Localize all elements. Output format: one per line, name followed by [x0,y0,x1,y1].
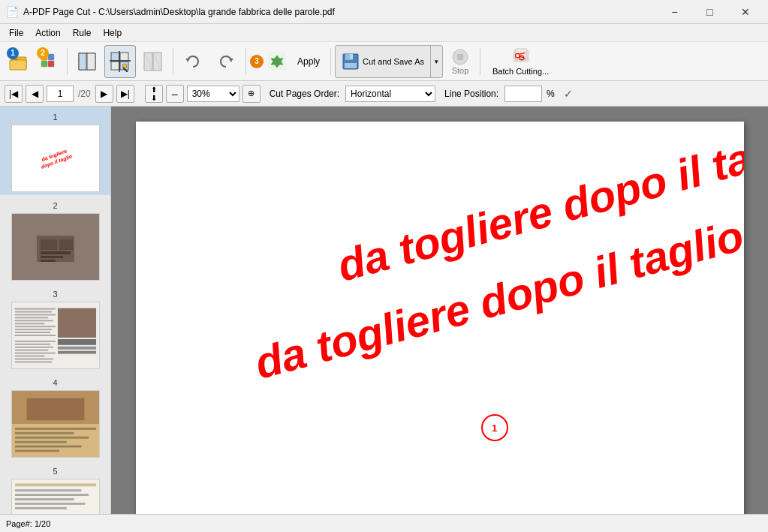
cut-mode-3[interactable] [137,45,169,78]
batch-cutting-button[interactable]: Batch Cutting... [484,45,557,78]
prev-page-button[interactable]: ◀ [26,85,44,103]
svg-rect-71 [26,398,84,420]
page-number-input[interactable] [47,86,74,102]
menu-help[interactable]: Help [97,26,128,40]
sep-2 [173,48,173,75]
apply-button[interactable]: Apply [291,45,327,78]
next-page-button[interactable]: ▶ [95,85,113,103]
sep-4 [330,48,331,75]
thumbnail-5[interactable]: 5 [0,461,110,514]
undo-icon [185,53,201,70]
svg-rect-48 [14,311,51,313]
status-bar: Page#: 1/20 [0,514,768,532]
svg-rect-10 [111,53,119,61]
apply-preview-icon [267,51,288,72]
first-page-button[interactable]: |◀ [5,85,23,103]
svg-rect-62 [14,344,50,345]
cut-marker-number: 1 [492,422,497,434]
svg-rect-4 [48,54,54,60]
thumb-content-3 [12,302,99,369]
line-position-input[interactable] [504,86,542,102]
undo-button[interactable] [177,45,209,78]
maximize-button[interactable]: □ [693,2,727,23]
thumbnail-2[interactable]: 2 [0,195,110,284]
cut-save-button[interactable]: Cut and Save As ▾ [335,45,443,78]
thumb-bg-4 [12,391,99,457]
svg-rect-82 [14,494,88,496]
close-button[interactable]: ✕ [728,2,762,23]
save-icon [342,53,360,71]
cut-x-icon [143,51,164,72]
zoom-fit-button[interactable]: ⊕ [242,85,261,103]
menu-action[interactable]: Action [29,26,66,40]
menu-file[interactable]: File [3,26,29,40]
cut-pages-order-select[interactable]: Horizontal Vertical [345,86,435,102]
cut-halves-icon [77,51,98,72]
main-area: 1 da toglieredopo il taglio 2 [0,107,768,514]
sep-1 [67,48,68,75]
svg-rect-57 [57,308,95,338]
zoom-out-horizontal[interactable]: – [166,85,184,103]
status-text: Page#: 1/20 [6,519,50,528]
svg-rect-5 [41,61,47,67]
thumb-content-2 [33,224,78,269]
thumb-img-2 [11,213,100,281]
menu-bar: File Action Rule Help [0,24,768,42]
open-button[interactable]: 1 [5,45,33,78]
svg-rect-49 [14,314,55,315]
cut-quarters-icon [110,51,131,72]
thumbnail-1[interactable]: 1 da toglieredopo il taglio [0,107,110,195]
zoom-select[interactable]: 30% 10% 20% 50% 75% 100% [187,86,239,102]
cut-save-label: Cut and Save As [363,57,424,66]
svg-rect-85 [14,507,66,509]
nav-bar: |◀ ◀ /20 ▶ ▶| ⬆⬇ – 30% 10% 20% 50% 75% 1… [0,81,768,107]
stop-button[interactable]: Stop [444,45,476,78]
svg-rect-80 [14,483,95,486]
svg-rect-18 [144,53,152,71]
pdf-page: da togliere dopo il taglio da togliere d… [136,122,744,514]
thumb-num-2: 2 [5,201,106,210]
cut-mode-2[interactable] [104,45,136,78]
batch-label: Batch Cutting... [492,67,549,76]
cut-mode-1[interactable] [71,45,103,78]
svg-rect-65 [14,353,55,354]
svg-rect-68 [14,361,51,362]
svg-rect-81 [14,489,80,491]
last-page-button[interactable]: ▶| [116,85,134,103]
thumb-bg-3 [12,302,99,368]
line-position-confirm[interactable]: ✓ [561,86,576,101]
svg-rect-78 [14,449,59,452]
badge-3: 3 [250,55,264,68]
zoom-in-vertical[interactable]: ⬆⬇ [145,85,163,103]
svg-rect-55 [14,332,50,333]
thumbnail-sidebar: 1 da toglieredopo il taglio 2 [0,107,111,514]
badge-1: 1 [7,47,19,59]
thumbnail-3[interactable]: 3 [0,284,110,372]
svg-rect-84 [14,503,84,505]
svg-rect-56 [14,335,55,336]
cut-save-main[interactable]: Cut and Save As [336,46,430,77]
cut-save-dropdown[interactable]: ▾ [430,46,442,77]
thumbnail-4[interactable]: 4 [0,372,110,461]
minimize-button[interactable]: − [658,2,691,23]
svg-rect-45 [41,260,56,262]
svg-rect-74 [14,432,74,434]
svg-rect-66 [14,356,44,357]
thumb-img-3 [11,302,100,369]
redo-button[interactable] [210,45,242,78]
sep-5 [480,48,480,75]
svg-rect-44 [41,256,63,258]
settings-button[interactable]: 2 [35,45,63,78]
svg-rect-54 [14,329,51,330]
svg-rect-43 [41,251,71,254]
thumb-num-5: 5 [5,467,106,476]
svg-rect-76 [14,441,66,443]
sep-3 [245,48,246,75]
cut-pages-order-label: Cut Pages Order: [270,89,339,99]
thumb-img-1: da toglieredopo il taglio [11,125,100,192]
title-bar: 📄 A-PDF Page Cut - C:\Users\admin\Deskto… [0,0,768,24]
apply-label: Apply [297,56,320,67]
menu-rule[interactable]: Rule [67,26,98,40]
svg-rect-53 [14,326,55,327]
thumb-content-4 [12,390,99,458]
